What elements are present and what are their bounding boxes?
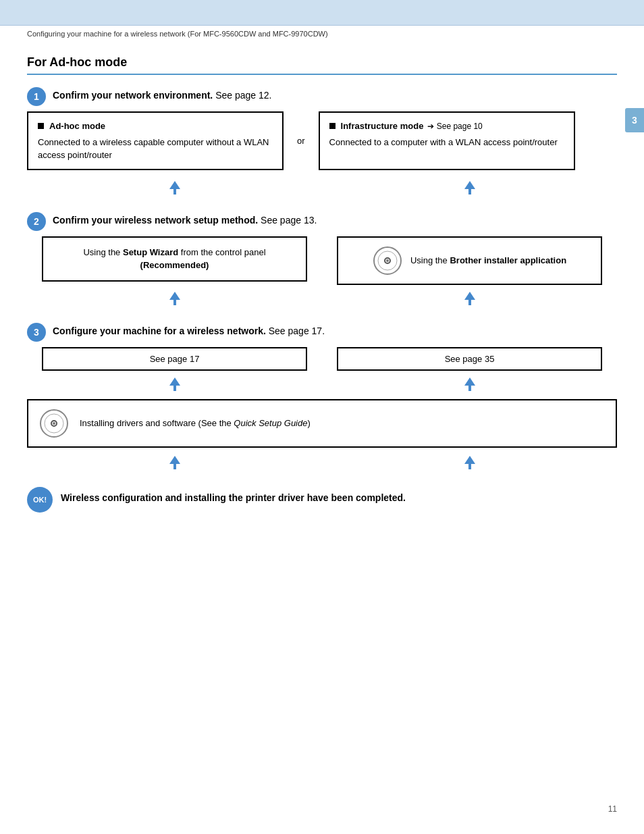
page-tab: 3 xyxy=(625,108,644,132)
method-col-right: Using the Brother installer application xyxy=(322,236,617,285)
adhoc-mode-box: Ad-hoc mode Connected to a wireless capa… xyxy=(27,111,284,170)
method-left-bold: Setup Wizard xyxy=(123,247,178,257)
method-right-bold: Brother installer application xyxy=(450,255,566,265)
ok-row: OK! Wireless configuration and installin… xyxy=(27,487,617,513)
arrow-col-left-4 xyxy=(27,450,322,475)
svg-marker-1 xyxy=(464,181,475,194)
header-bar xyxy=(0,0,644,26)
install-before: Installing drivers and software (See the xyxy=(80,418,234,428)
arrow-down-right-3 xyxy=(460,375,479,394)
svg-marker-8 xyxy=(169,377,180,391)
svg-marker-7 xyxy=(464,292,475,305)
step2-normal: See page 13. xyxy=(258,215,317,226)
svg-point-13 xyxy=(53,422,55,425)
infra-body: Connected to a computer with a WLAN acce… xyxy=(329,136,564,149)
arrows-row-3 xyxy=(27,372,617,396)
install-box: Installing drivers and software (See the… xyxy=(27,399,617,448)
method-left-box: Using the Setup Wizard from the control … xyxy=(42,236,307,282)
cd-icon-method xyxy=(373,246,402,276)
svg-marker-15 xyxy=(464,456,475,469)
page-ref-right-box: See page 35 xyxy=(337,347,602,371)
step2-row: 2 Confirm your wireless network setup me… xyxy=(27,212,617,231)
arrow-down-left-1 xyxy=(165,178,184,197)
step1-text: Confirm your network environment. See pa… xyxy=(53,87,271,103)
adhoc-title-text: Ad-hoc mode xyxy=(49,120,105,133)
mode-boxes-row: Ad-hoc mode Connected to a wireless capa… xyxy=(27,111,617,170)
arrow-down-left-4 xyxy=(165,453,184,472)
svg-marker-6 xyxy=(169,292,180,305)
method-left-before: Using the xyxy=(83,247,123,257)
infra-mode-box: Infrastructure mode ➔ See page 10 Connec… xyxy=(319,111,575,170)
method-col-left: Using the Setup Wizard from the control … xyxy=(27,236,322,285)
method-right-inner: Using the Brother installer application xyxy=(349,246,590,276)
step3-normal: See page 17. xyxy=(266,325,325,336)
arrow-col-left-2 xyxy=(27,286,322,311)
ok-text: Wireless configuration and installing th… xyxy=(61,487,406,503)
step1-normal: See page 12. xyxy=(213,90,271,101)
step1-row: 1 Confirm your network environment. See … xyxy=(27,87,617,106)
install-italic: Quick Setup Guide xyxy=(234,418,307,428)
ok-badge: OK! xyxy=(27,487,53,513)
arrows-row-1 xyxy=(27,176,617,200)
section-title: For Ad-hoc mode xyxy=(27,55,617,75)
step3-circle: 3 xyxy=(27,323,46,342)
install-after: ) xyxy=(307,418,310,428)
svg-marker-0 xyxy=(169,181,180,194)
method-left-text: Using the Setup Wizard from the control … xyxy=(54,246,295,272)
page-ref-col-left: See page 17 xyxy=(27,347,322,371)
adhoc-body: Connected to a wireless capable computer… xyxy=(38,136,273,162)
cd-icon-install xyxy=(39,409,69,438)
method-right-box: Using the Brother installer application xyxy=(337,236,602,285)
svg-marker-14 xyxy=(169,456,180,469)
step1-bold: Confirm your network environment. xyxy=(53,90,213,101)
method-boxes-row: Using the Setup Wizard from the control … xyxy=(27,236,617,285)
method-left-bold2: (Recommended) xyxy=(140,260,209,270)
adhoc-bullet xyxy=(38,123,44,129)
arrows-row-4 xyxy=(27,450,617,475)
page-ref-left-box: See page 17 xyxy=(42,347,307,371)
step3-row: 3 Configure your machine for a wireless … xyxy=(27,323,617,342)
install-text: Installing drivers and software (See the… xyxy=(80,418,311,428)
breadcrumb: Configuring your machine for a wireless … xyxy=(0,26,644,42)
arrow-down-left-2 xyxy=(165,289,184,308)
arrow-col-right-3 xyxy=(322,372,617,396)
arrow-col-right-4 xyxy=(322,450,617,475)
main-content: For Ad-hoc mode 1 Confirm your network e… xyxy=(0,42,644,545)
arrow-col-right-2 xyxy=(322,286,617,311)
method-right-before: Using the xyxy=(410,255,450,265)
arrow-col-right-1 xyxy=(322,176,617,200)
step1-circle: 1 xyxy=(27,87,46,106)
step2-bold: Confirm your wireless network setup meth… xyxy=(53,215,258,226)
page-ref-col-right: See page 35 xyxy=(322,347,617,371)
method-right-text: Using the Brother installer application xyxy=(410,254,566,267)
arrow-down-right-4 xyxy=(460,453,479,472)
step2-text: Confirm your wireless network setup meth… xyxy=(53,212,317,228)
arrow-col-left-3 xyxy=(27,372,322,396)
infra-title-text: Infrastructure mode xyxy=(341,120,424,133)
step3-text: Configure your machine for a wireless ne… xyxy=(53,323,325,338)
adhoc-box-title: Ad-hoc mode xyxy=(38,120,273,133)
infra-bullet xyxy=(329,123,336,129)
arrow-down-right-2 xyxy=(460,289,479,308)
or-label: or xyxy=(284,111,319,170)
step2-circle: 2 xyxy=(27,212,46,231)
step3-bold: Configure your machine for a wireless ne… xyxy=(53,325,266,336)
method-left-after: from the control panel xyxy=(178,247,265,257)
infra-arrow-text: ➔ See page 10 xyxy=(427,120,482,132)
svg-marker-9 xyxy=(464,377,475,391)
svg-point-5 xyxy=(386,259,389,262)
arrow-col-left-1 xyxy=(27,176,322,200)
infra-box-title: Infrastructure mode ➔ See page 10 xyxy=(329,120,564,133)
arrow-down-left-3 xyxy=(165,375,184,394)
arrow-down-right-1 xyxy=(460,178,479,197)
page-ref-row: See page 17 See page 35 xyxy=(27,347,617,371)
arrows-row-2 xyxy=(27,286,617,311)
page-number: 11 xyxy=(608,804,617,814)
